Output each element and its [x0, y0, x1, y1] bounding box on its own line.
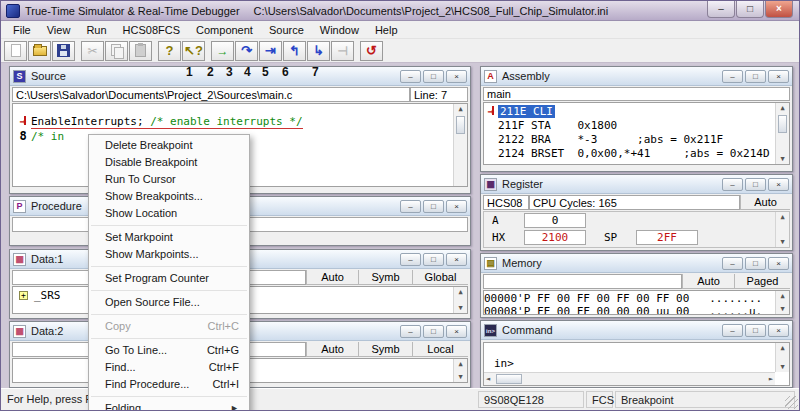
menu-item-show-markpoints[interactable]: Show Markpoints...: [89, 246, 249, 263]
menu-item-set-program-counter[interactable]: Set Program Counter: [89, 270, 249, 287]
cut-button[interactable]: ✂: [81, 41, 104, 61]
assembly-line[interactable]: 2122 BRA *-3 ;abs = 0x211F: [484, 133, 789, 147]
menu-file[interactable]: File: [5, 22, 39, 38]
scroll-up-icon[interactable]: ▲: [776, 292, 789, 300]
save-button[interactable]: [52, 41, 75, 61]
memory-line[interactable]: 00000'P FF 00 FF 00 FF 00 FF 00 ........: [484, 292, 789, 305]
resize-grip[interactable]: [785, 396, 798, 409]
procedure-close-button[interactable]: ×: [446, 200, 467, 213]
register-minimize-button[interactable]: –: [722, 178, 743, 191]
data2-maximize-button[interactable]: □: [423, 325, 444, 338]
menu-help[interactable]: Help: [367, 22, 406, 38]
command-close-button[interactable]: ×: [768, 324, 789, 337]
scroll-right-icon[interactable]: ►: [769, 375, 773, 383]
step-over-button[interactable]: ⇥: [259, 41, 282, 61]
memory-address-field[interactable]: [483, 274, 682, 289]
register-close-button[interactable]: ×: [768, 178, 789, 191]
scroll-down-icon[interactable]: ▼: [776, 305, 789, 313]
menu-item-go-to-line[interactable]: Go To Line...Ctrl+G: [89, 342, 249, 359]
scroll-thumb[interactable]: [778, 115, 787, 133]
register-row-hx-sp[interactable]: HX 2100 SP 2FF: [484, 229, 789, 246]
assembly-vscrollbar[interactable]: ▲ ▼: [775, 103, 789, 164]
start-continue-button[interactable]: →: [211, 41, 234, 61]
command-console[interactable]: in> ▲ ▼ ◄ ►: [483, 342, 790, 386]
menu-run[interactable]: Run: [78, 22, 114, 38]
source-maximize-button[interactable]: □: [423, 70, 444, 83]
data2-format-button[interactable]: Symb: [358, 342, 412, 357]
command-minimize-button[interactable]: –: [722, 324, 743, 337]
register-sp-value[interactable]: 2FF: [636, 230, 698, 245]
menu-window[interactable]: Window: [312, 22, 367, 38]
memory-close-button[interactable]: ×: [768, 257, 789, 270]
register-a-value[interactable]: 0: [524, 213, 586, 228]
copy-button[interactable]: [105, 41, 128, 61]
menu-hcs08fcs[interactable]: HCS08FCS: [115, 22, 188, 38]
data1-mode-button[interactable]: Auto: [306, 270, 358, 285]
assembly-minimize-button[interactable]: –: [722, 70, 743, 83]
data1-close-button[interactable]: ×: [446, 253, 467, 266]
menu-item-copy[interactable]: CopyCtrl+C: [89, 318, 249, 335]
assembly-line[interactable]: →211E CLI: [484, 105, 789, 119]
scroll-up-icon[interactable]: ▲: [776, 213, 789, 221]
register-title-bar[interactable]: ▦ Register – □ ×: [481, 175, 792, 194]
scroll-up-icon[interactable]: ▲: [454, 360, 467, 368]
memory-vscrollbar[interactable]: ▲ ▼: [775, 291, 789, 314]
source-vscrollbar[interactable]: ▲: [453, 104, 467, 186]
context-help-button[interactable]: ↖?: [182, 41, 205, 61]
scroll-up-icon[interactable]: ▲: [776, 344, 789, 352]
memory-paging-button[interactable]: Paged: [734, 274, 790, 289]
menu-item-folding[interactable]: Folding►: [89, 400, 249, 411]
command-prompt[interactable]: in>: [484, 343, 789, 370]
assembly-line[interactable]: 211F STA 0x1800: [484, 119, 789, 133]
data1-format-button[interactable]: Symb: [358, 270, 412, 285]
memory-dump-area[interactable]: 00000'P FF 00 FF 00 FF 00 FF 00 ........…: [483, 290, 790, 315]
assembly-title-bar[interactable]: A Assembly – □ ×: [481, 67, 792, 86]
register-area[interactable]: A 0 HX 2100 SP 2FF ▲ ▼: [483, 211, 790, 248]
reset-target-button[interactable]: ↺: [360, 41, 383, 61]
scroll-down-icon[interactable]: ▼: [776, 155, 789, 163]
menu-item-delete-breakpoint[interactable]: Delete Breakpoint: [89, 137, 249, 154]
source-minimize-button[interactable]: –: [400, 70, 421, 83]
command-vscrollbar[interactable]: ▲ ▼: [775, 343, 789, 372]
halt-button[interactable]: ⊣: [331, 41, 354, 61]
step-out-button[interactable]: ↰: [283, 41, 306, 61]
data2-minimize-button[interactable]: –: [400, 325, 421, 338]
source-title-bar[interactable]: S Source – □ ×: [10, 67, 470, 86]
scroll-down-icon[interactable]: ▼: [776, 238, 789, 246]
data1-vscrollbar[interactable]: ▲ ▼: [453, 287, 467, 313]
register-maximize-button[interactable]: □: [745, 178, 766, 191]
data2-scope-button[interactable]: Local: [412, 342, 468, 357]
memory-line[interactable]: 00008'P FF 00 FF 00 00 00 uu 00 ......u.: [484, 305, 789, 315]
close-button[interactable]: ×: [765, 1, 793, 18]
register-hx-value[interactable]: 2100: [524, 230, 586, 245]
single-step-button[interactable]: ↷: [235, 41, 258, 61]
menu-item-show-location[interactable]: Show Location: [89, 205, 249, 222]
menu-item-find[interactable]: Find...Ctrl+F: [89, 359, 249, 376]
scroll-up-icon[interactable]: ▲: [454, 105, 467, 113]
menu-component[interactable]: Component: [188, 22, 261, 38]
expand-plus-icon[interactable]: +: [19, 291, 28, 300]
menu-source[interactable]: Source: [261, 22, 312, 38]
data1-scope-button[interactable]: Global: [412, 270, 468, 285]
scroll-up-icon[interactable]: ▲: [776, 104, 789, 112]
maximize-button[interactable]: □: [736, 1, 764, 18]
procedure-minimize-button[interactable]: –: [400, 200, 421, 213]
assembly-line[interactable]: 2124 BRSET 0,0x00,*+41 ;abs = 0x214D: [484, 147, 789, 161]
paste-button[interactable]: [129, 41, 152, 61]
data1-minimize-button[interactable]: –: [400, 253, 421, 266]
scroll-down-icon[interactable]: ▼: [454, 304, 467, 312]
assembly-close-button[interactable]: ×: [768, 70, 789, 83]
minimize-button[interactable]: –: [707, 1, 735, 18]
command-title-bar[interactable]: in> Command – □ ×: [481, 321, 792, 340]
assembly-maximize-button[interactable]: □: [745, 70, 766, 83]
memory-title-bar[interactable]: ▤ Memory – □ ×: [481, 254, 792, 273]
menu-item-disable-breakpoint[interactable]: Disable Breakpoint: [89, 154, 249, 171]
scroll-left-icon[interactable]: ◄: [486, 375, 490, 383]
menu-item-open-source-file[interactable]: Open Source File...: [89, 294, 249, 311]
source-close-button[interactable]: ×: [446, 70, 467, 83]
command-maximize-button[interactable]: □: [745, 324, 766, 337]
memory-mode-button[interactable]: Auto: [682, 274, 734, 289]
menu-item-show-breakpoints[interactable]: Show Breakpoints...: [89, 188, 249, 205]
menu-item-set-markpoint[interactable]: Set Markpoint: [89, 229, 249, 246]
assembly-step-button[interactable]: ↳: [307, 41, 330, 61]
